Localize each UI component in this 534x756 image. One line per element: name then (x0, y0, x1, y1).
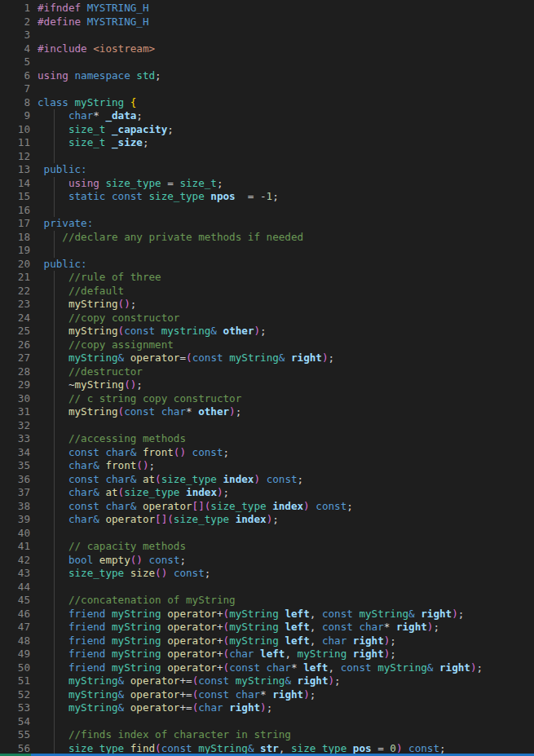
code-text[interactable]: myString(); (30, 298, 136, 312)
line-number[interactable]: 13 (0, 163, 30, 177)
code-line[interactable]: 25 myString(const mystring& other); (0, 325, 534, 338)
code-line[interactable]: 14 using size_type = size_t; (0, 177, 534, 191)
line-number[interactable]: 15 (0, 190, 30, 204)
line-number[interactable]: 3 (0, 29, 30, 42)
code-text[interactable]: const char& at(size_type index) const; (30, 473, 303, 487)
code-line[interactable]: 50 friend myString operator+(const char*… (0, 661, 534, 675)
code-line[interactable]: 15 static const size_type npos = -1; (0, 190, 534, 204)
code-line[interactable]: 51 myString& operator+=(const myString& … (0, 674, 534, 688)
line-number[interactable]: 21 (0, 271, 30, 285)
line-number[interactable]: 29 (0, 378, 30, 392)
code-line[interactable]: 27 myString& operator=(const myString& r… (0, 351, 534, 365)
line-number[interactable]: 40 (0, 527, 30, 541)
code-line[interactable]: 52 myString& operator+=(const char* righ… (0, 688, 534, 702)
code-line[interactable]: 44 (0, 581, 534, 595)
line-number[interactable]: 55 (0, 728, 30, 742)
code-line[interactable]: 23 myString(); (0, 298, 534, 312)
code-text[interactable]: myString(const char* other); (30, 405, 241, 419)
line-number[interactable]: 42 (0, 554, 30, 568)
code-text[interactable]: //copy assignment (30, 338, 174, 352)
code-text[interactable] (30, 82, 38, 96)
line-number[interactable]: 44 (0, 581, 30, 595)
line-number[interactable]: 26 (0, 338, 30, 352)
code-line[interactable]: 36 const char& at(size_type index) const… (0, 473, 534, 487)
code-text[interactable]: //copy constructor (30, 312, 179, 325)
code-line[interactable]: 10 size_t _capacity; (0, 123, 534, 137)
code-text[interactable] (30, 244, 38, 258)
code-text[interactable]: using namespace std; (30, 69, 161, 83)
line-number[interactable]: 54 (0, 715, 30, 729)
code-line[interactable]: 38 const char& operator[](size_type inde… (0, 500, 534, 514)
line-number[interactable]: 30 (0, 392, 30, 406)
code-text[interactable] (30, 527, 38, 541)
line-number[interactable]: 5 (0, 55, 30, 69)
line-number[interactable]: 51 (0, 674, 30, 688)
code-text[interactable]: public: (30, 258, 87, 272)
code-line[interactable]: 24 //copy constructor (0, 312, 534, 325)
code-text[interactable]: class myString { (30, 96, 136, 110)
code-line[interactable]: 26 //copy assignment (0, 338, 534, 352)
code-text[interactable] (30, 29, 38, 42)
line-number[interactable]: 50 (0, 661, 30, 675)
code-line[interactable]: 33 //accessing methods (0, 432, 534, 446)
code-editor[interactable]: 1#ifndef MYSTRING_H2#define MYSTRING_H34… (0, 0, 534, 756)
code-line[interactable]: 11 size_t _size; (0, 136, 534, 150)
code-text[interactable]: #include <iostream> (30, 42, 155, 56)
code-line[interactable]: 46 friend myString operator+(myString le… (0, 608, 534, 621)
code-line[interactable]: 53 myString& operator+=(char right); (0, 701, 534, 715)
code-line[interactable]: 47 friend myString operator+(myString le… (0, 621, 534, 634)
code-text[interactable]: friend myString operator+(myString left,… (30, 608, 464, 621)
line-number[interactable]: 22 (0, 285, 30, 298)
code-text[interactable] (30, 55, 38, 69)
code-line[interactable]: 2#define MYSTRING_H (0, 15, 534, 29)
code-line[interactable]: 17 private: (0, 217, 534, 231)
code-text[interactable]: const char& operator[](size_type index) … (30, 500, 353, 514)
line-number[interactable]: 27 (0, 351, 30, 365)
code-line[interactable]: 12 (0, 150, 534, 164)
line-number[interactable]: 35 (0, 459, 30, 473)
code-text[interactable]: char& at(size_type index); (30, 486, 229, 500)
line-number[interactable]: 37 (0, 486, 30, 500)
line-number[interactable]: 45 (0, 594, 30, 608)
code-line[interactable]: 45 //concatenation of myString (0, 594, 534, 608)
code-line[interactable]: 31 myString(const char* other); (0, 405, 534, 419)
code-line[interactable]: 13 public: (0, 163, 534, 177)
line-number[interactable]: 33 (0, 432, 30, 446)
line-number[interactable]: 8 (0, 96, 30, 110)
code-line[interactable]: 37 char& at(size_type index); (0, 486, 534, 500)
line-number[interactable]: 18 (0, 231, 30, 245)
line-number[interactable]: 32 (0, 419, 30, 433)
line-number[interactable]: 11 (0, 136, 30, 150)
code-text[interactable]: friend myString operator+(myString left,… (30, 621, 439, 634)
code-text[interactable]: friend myString operator+(char left, myS… (30, 648, 396, 661)
code-text[interactable]: char& front(); (30, 459, 155, 473)
line-number[interactable]: 47 (0, 621, 30, 634)
code-text[interactable]: myString& operator+=(const char* right); (30, 688, 316, 702)
line-number[interactable]: 19 (0, 244, 30, 258)
code-line[interactable]: 3 (0, 29, 534, 42)
code-line[interactable]: 49 friend myString operator+(char left, … (0, 648, 534, 661)
code-line[interactable]: 18 //declare any private methods if need… (0, 231, 534, 245)
line-number[interactable]: 48 (0, 634, 30, 648)
line-number[interactable]: 24 (0, 312, 30, 325)
code-line[interactable]: 8class myString { (0, 96, 534, 110)
line-number[interactable]: 2 (0, 15, 30, 29)
line-number[interactable]: 9 (0, 109, 30, 123)
code-text[interactable] (30, 419, 38, 433)
code-line[interactable]: 32 (0, 419, 534, 433)
line-number[interactable]: 52 (0, 688, 30, 702)
code-line[interactable]: 41 // capacity methods (0, 540, 534, 554)
line-number[interactable]: 49 (0, 648, 30, 661)
line-number[interactable]: 46 (0, 608, 30, 621)
code-text[interactable]: friend myString operator+(myString left,… (30, 634, 396, 648)
code-line[interactable]: 1#ifndef MYSTRING_H (0, 2, 534, 15)
code-text[interactable]: //concatenation of myString (30, 594, 236, 608)
code-line[interactable]: 35 char& front(); (0, 459, 534, 473)
code-line[interactable]: 4#include <iostream> (0, 42, 534, 56)
code-text[interactable] (30, 715, 38, 729)
code-area[interactable]: 1#ifndef MYSTRING_H2#define MYSTRING_H34… (0, 2, 534, 755)
line-number[interactable]: 41 (0, 540, 30, 554)
line-number[interactable]: 7 (0, 82, 30, 96)
line-number[interactable]: 1 (0, 2, 30, 15)
code-line[interactable]: 40 (0, 527, 534, 541)
